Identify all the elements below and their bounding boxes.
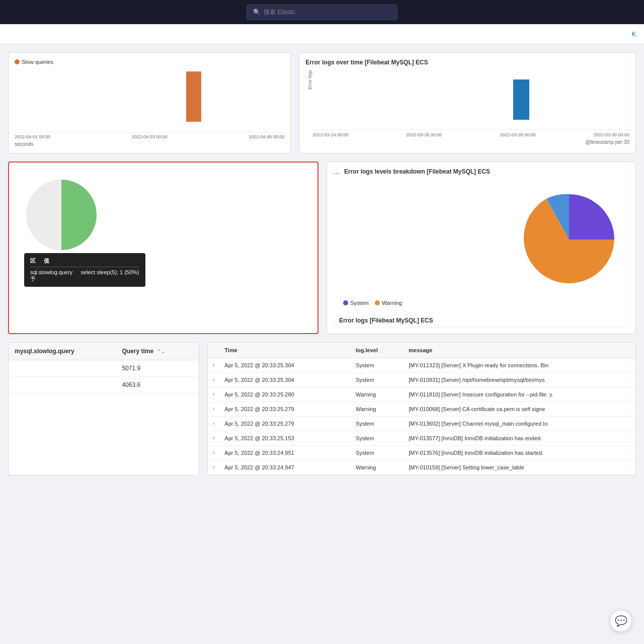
legend-system-label: System: [350, 300, 369, 306]
bottom-row: mysql.slowlog.query Query time ⌃⌄ 5071.9: [8, 342, 636, 475]
error-levels-panel: ⋯ Error logs levels breakdown [Filebeat …: [327, 162, 636, 334]
x-label-2: 2022-04-03 00:00: [132, 134, 168, 139]
at-timestamp-label: @timestamp per 30: [312, 139, 629, 145]
tooltip-row2-col1: 予: [30, 275, 36, 283]
message-3: [MY-010068] [Server] CA certificate ca.p…: [404, 402, 635, 417]
level-1: System: [351, 373, 404, 387]
expand-col-header: [208, 343, 219, 358]
query-table-body: 5071.9 4063.6: [9, 360, 199, 393]
time-5: Apr 5, 2022 @ 20:33:25.153: [219, 431, 351, 446]
slow-queries-dot: [15, 59, 20, 64]
query-col1-label: mysql.slowlog.query: [15, 348, 74, 355]
query-table-panel: mysql.slowlog.query Query time ⌃⌄ 5071.9: [8, 342, 199, 475]
message-1: [MY-010931] [Server] /opt/homebrew/opt/m…: [404, 373, 635, 387]
expand-btn-7[interactable]: ›: [208, 460, 219, 475]
x-label-1: 2022-04-01 00:00: [15, 134, 50, 139]
error-levels-pie: [519, 189, 619, 290]
error-logs-time-panel: Error logs over time [Filebeat MySQL] EC…: [299, 52, 636, 153]
table-row: 4063.6: [9, 377, 199, 393]
level-2: Warning: [351, 387, 404, 402]
level-5: System: [351, 431, 404, 446]
err-x-1: 2022-03-24 00:00: [312, 132, 348, 137]
query-row1-col1: [9, 360, 116, 377]
error-levels-content: [333, 183, 629, 296]
level-col-header: log.level: [351, 343, 404, 358]
sub-nav-link[interactable]: K: [632, 31, 636, 38]
table-row: › Apr 5, 2022 @ 20:33:25.304 System [MY-…: [208, 358, 635, 373]
slow-queries-legend: Slow queries: [15, 59, 284, 65]
expand-btn-0[interactable]: ›: [208, 358, 219, 373]
table-row: › Apr 5, 2022 @ 20:33:25.279 System [MY-…: [208, 417, 635, 431]
main-content: Slow queries 2022-04-01 00:00 2022-04-03…: [0, 44, 644, 644]
search-bar[interactable]: 🔍 搜索 Elastic: [247, 5, 397, 20]
time-2: Apr 5, 2022 @ 20:33:25.280: [219, 387, 351, 402]
error-logs-table: Time log.level message › Apr 5, 2022 @ 2…: [208, 343, 635, 475]
slow-queries-bars: [15, 67, 284, 132]
expand-btn-3[interactable]: ›: [208, 402, 219, 417]
error-levels-title: Error logs levels breakdown [Filebeat My…: [344, 168, 490, 175]
table-row: › Apr 5, 2022 @ 20:33:25.279 Warning [MY…: [208, 402, 635, 417]
sort-icon: ⌃⌄: [157, 349, 165, 354]
top-charts-row: Slow queries 2022-04-01 00:00 2022-04-03…: [8, 52, 636, 153]
bar-slow-query-1: [186, 71, 201, 122]
search-icon: 🔍: [253, 9, 261, 16]
legend-warning-label: Warning: [382, 300, 403, 306]
query-table-head: mysql.slowlog.query Query time ⌃⌄: [9, 343, 199, 360]
slow-queries-y-axis-label: seconds: [15, 141, 284, 147]
time-col-header: Time: [219, 343, 351, 358]
expand-btn-1[interactable]: ›: [208, 373, 219, 387]
message-6: [MY-013576] [InnoDB] InnoDB initializati…: [404, 446, 635, 460]
error-logs-header-row: Time log.level message: [208, 343, 635, 358]
level-7: Warning: [351, 460, 404, 475]
chat-icon[interactable]: 💬: [610, 610, 632, 632]
query-col2-header[interactable]: Query time ⌃⌄: [116, 343, 199, 360]
table-row: › Apr 5, 2022 @ 20:33:25.304 System [MY-…: [208, 373, 635, 387]
search-placeholder: 搜索 Elastic: [264, 8, 295, 17]
query-row2-col2: 4063.6: [116, 377, 199, 393]
legend-warning-dot: [375, 300, 380, 305]
chart-tooltip: 区 值 sql.slowlog.query select sleep(5); 1…: [24, 253, 145, 287]
pie-chart-left: [15, 169, 311, 263]
pie-tooltip-panel: 区 值 sql.slowlog.query select sleep(5); 1…: [8, 162, 318, 334]
level-col-label: log.level: [356, 347, 378, 353]
slow-queries-legend-label: Slow queries: [22, 59, 53, 65]
expand-btn-5[interactable]: ›: [208, 431, 219, 446]
message-col-label: message: [409, 347, 432, 353]
time-7: Apr 5, 2022 @ 20:33:24.947: [219, 460, 351, 475]
error-levels-legend: System Warning: [333, 300, 629, 312]
message-5: [MY-013577] [InnoDB] InnoDB initializati…: [404, 431, 635, 446]
level-3: Warning: [351, 402, 404, 417]
error-logs-table-head: Time log.level message: [208, 343, 635, 358]
query-table: mysql.slowlog.query Query time ⌃⌄ 5071.9: [9, 343, 199, 393]
legend-warning: Warning: [375, 300, 403, 306]
query-row2-col1: [9, 377, 116, 393]
expand-btn-4[interactable]: ›: [208, 417, 219, 431]
time-3: Apr 5, 2022 @ 20:33:25.279: [219, 402, 351, 417]
err-x-3: 2022-03-28 00:00: [500, 132, 536, 137]
table-row: › Apr 5, 2022 @ 20:33:24.951 System [MY-…: [208, 446, 635, 460]
legend-system: System: [343, 300, 369, 306]
tooltip-row1-col2: select sleep(5); 1 (50%): [80, 269, 139, 275]
message-7: [MY-010159] [Server] Setting lower_case_…: [404, 460, 635, 475]
query-row1-col2: 5071.9: [116, 360, 199, 377]
slow-queries-panel: Slow queries 2022-04-01 00:00 2022-04-03…: [8, 52, 291, 153]
level-0: System: [351, 358, 404, 373]
query-col2-label: Query time: [122, 348, 153, 355]
error-levels-icon: ⋯: [333, 170, 340, 178]
query-table-header-row: mysql.slowlog.query Query time ⌃⌄: [9, 343, 199, 360]
message-col-header: message: [404, 343, 635, 358]
err-x-2: 2022-03-26 00:00: [407, 132, 442, 137]
legend-system-dot: [343, 300, 348, 305]
error-chart-wrapper: Error logs 2022-03-24 00:00 2022-03-26 0…: [305, 70, 629, 145]
expand-btn-2[interactable]: ›: [208, 387, 219, 402]
tooltip-row1-col1: sql.slowlog.query: [30, 269, 72, 275]
error-y-axis-label: Error logs: [305, 70, 312, 90]
expand-btn-6[interactable]: ›: [208, 446, 219, 460]
time-0: Apr 5, 2022 @ 20:33:25.304: [219, 358, 351, 373]
second-charts-row: 区 值 sql.slowlog.query select sleep(5); 1…: [8, 162, 636, 334]
tooltip-row-2: 予: [30, 275, 139, 283]
chat-icon-symbol: 💬: [615, 615, 627, 627]
error-levels-header: ⋯ Error logs levels breakdown [Filebeat …: [333, 168, 629, 179]
error-logs-table-title: Error logs [Filebeat MySQL] ECS: [333, 312, 629, 328]
x-label-3: 2022-04-05 00:00: [249, 134, 284, 139]
